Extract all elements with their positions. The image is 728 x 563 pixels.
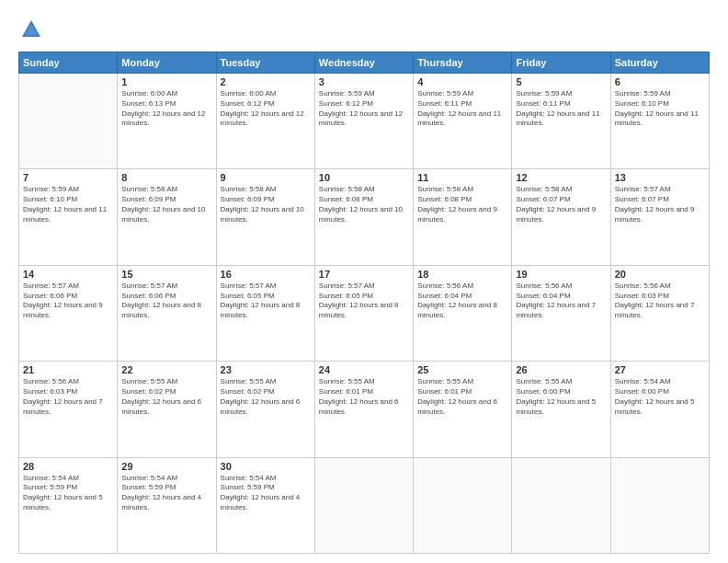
- header: [18, 17, 710, 42]
- day-cell: [414, 457, 512, 553]
- day-info: Sunrise: 5:54 AMSunset: 5:59 PMDaylight:…: [221, 474, 311, 513]
- calendar-header-row: SundayMondayTuesdayWednesdayThursdayFrid…: [19, 52, 710, 74]
- day-number: 14: [23, 269, 113, 280]
- day-cell: 25Sunrise: 5:55 AMSunset: 6:01 PMDayligh…: [414, 362, 512, 457]
- day-info: Sunrise: 5:54 AMSunset: 5:59 PMDaylight:…: [121, 474, 211, 513]
- day-info: Sunrise: 5:58 AMSunset: 6:09 PMDaylight:…: [221, 185, 311, 224]
- day-number: 8: [121, 172, 211, 183]
- day-number: 26: [516, 364, 606, 375]
- day-cell: 4Sunrise: 5:59 AMSunset: 6:11 PMDaylight…: [414, 74, 512, 169]
- day-cell: 7Sunrise: 5:59 AMSunset: 6:10 PMDaylight…: [19, 169, 118, 265]
- page: SundayMondayTuesdayWednesdayThursdayFrid…: [0, 0, 728, 563]
- day-info: Sunrise: 5:56 AMSunset: 6:04 PMDaylight:…: [516, 282, 606, 321]
- day-number: 10: [319, 172, 409, 183]
- day-info: Sunrise: 5:58 AMSunset: 6:08 PMDaylight:…: [319, 185, 409, 224]
- calendar-table: SundayMondayTuesdayWednesdayThursdayFrid…: [18, 52, 710, 554]
- day-info: Sunrise: 5:57 AMSunset: 6:06 PMDaylight:…: [23, 282, 113, 321]
- day-cell: 6Sunrise: 5:59 AMSunset: 6:10 PMDaylight…: [610, 74, 709, 169]
- col-header-saturday: Saturday: [610, 52, 709, 74]
- day-cell: 3Sunrise: 5:59 AMSunset: 6:12 PMDaylight…: [314, 74, 413, 169]
- day-number: 18: [417, 269, 507, 280]
- day-cell: [19, 74, 118, 169]
- day-info: Sunrise: 5:55 AMSunset: 6:01 PMDaylight:…: [417, 377, 507, 417]
- day-cell: 9Sunrise: 5:58 AMSunset: 6:09 PMDaylight…: [216, 169, 314, 265]
- day-cell: [512, 457, 610, 553]
- day-cell: 30Sunrise: 5:54 AMSunset: 5:59 PMDayligh…: [216, 457, 314, 553]
- day-info: Sunrise: 5:59 AMSunset: 6:10 PMDaylight:…: [23, 185, 113, 224]
- day-cell: [314, 457, 413, 553]
- day-cell: 21Sunrise: 5:56 AMSunset: 6:03 PMDayligh…: [19, 362, 118, 457]
- day-number: 19: [516, 269, 606, 280]
- day-number: 1: [121, 76, 211, 87]
- day-info: Sunrise: 5:59 AMSunset: 6:11 PMDaylight:…: [516, 89, 606, 129]
- day-cell: 22Sunrise: 5:55 AMSunset: 6:02 PMDayligh…: [118, 362, 216, 457]
- day-cell: 20Sunrise: 5:56 AMSunset: 6:03 PMDayligh…: [610, 265, 709, 361]
- day-number: 9: [221, 172, 311, 183]
- logo-icon: [18, 17, 44, 42]
- day-info: Sunrise: 5:58 AMSunset: 6:08 PMDaylight:…: [417, 185, 507, 224]
- day-number: 11: [417, 172, 507, 183]
- col-header-friday: Friday: [512, 52, 610, 74]
- day-info: Sunrise: 5:56 AMSunset: 6:03 PMDaylight:…: [23, 377, 113, 417]
- day-info: Sunrise: 5:57 AMSunset: 6:06 PMDaylight:…: [121, 282, 211, 321]
- day-number: 25: [417, 364, 507, 375]
- week-row-5: 28Sunrise: 5:54 AMSunset: 5:59 PMDayligh…: [19, 457, 710, 553]
- col-header-sunday: Sunday: [19, 52, 118, 74]
- day-number: 23: [221, 364, 311, 375]
- day-cell: 13Sunrise: 5:57 AMSunset: 6:07 PMDayligh…: [610, 169, 709, 265]
- day-info: Sunrise: 5:58 AMSunset: 6:07 PMDaylight:…: [516, 185, 606, 224]
- day-number: 21: [23, 364, 113, 375]
- day-number: 20: [615, 269, 705, 280]
- day-number: 4: [417, 76, 507, 87]
- day-info: Sunrise: 5:55 AMSunset: 6:00 PMDaylight:…: [516, 377, 606, 417]
- day-info: Sunrise: 5:54 AMSunset: 6:00 PMDaylight:…: [615, 377, 705, 417]
- week-row-2: 7Sunrise: 5:59 AMSunset: 6:10 PMDaylight…: [19, 169, 710, 265]
- day-info: Sunrise: 5:54 AMSunset: 5:59 PMDaylight:…: [23, 474, 113, 513]
- day-number: 3: [319, 76, 409, 87]
- day-info: Sunrise: 5:57 AMSunset: 6:05 PMDaylight:…: [221, 282, 311, 321]
- day-cell: 23Sunrise: 5:55 AMSunset: 6:02 PMDayligh…: [216, 362, 314, 457]
- day-info: Sunrise: 5:58 AMSunset: 6:09 PMDaylight:…: [121, 185, 211, 224]
- day-number: 13: [615, 172, 705, 183]
- day-number: 16: [221, 269, 311, 280]
- day-number: 6: [615, 76, 705, 87]
- day-cell: 11Sunrise: 5:58 AMSunset: 6:08 PMDayligh…: [414, 169, 512, 265]
- day-info: Sunrise: 5:59 AMSunset: 6:10 PMDaylight:…: [615, 89, 705, 129]
- col-header-thursday: Thursday: [414, 52, 512, 74]
- day-number: 24: [319, 364, 409, 375]
- day-cell: 27Sunrise: 5:54 AMSunset: 6:00 PMDayligh…: [610, 362, 709, 457]
- day-number: 5: [516, 76, 606, 87]
- day-cell: 28Sunrise: 5:54 AMSunset: 5:59 PMDayligh…: [19, 457, 118, 553]
- col-header-monday: Monday: [118, 52, 216, 74]
- day-cell: 24Sunrise: 5:55 AMSunset: 6:01 PMDayligh…: [314, 362, 413, 457]
- day-cell: 14Sunrise: 5:57 AMSunset: 6:06 PMDayligh…: [19, 265, 118, 361]
- day-cell: 18Sunrise: 5:56 AMSunset: 6:04 PMDayligh…: [414, 265, 512, 361]
- day-number: 15: [121, 269, 211, 280]
- day-number: 29: [121, 461, 211, 472]
- day-cell: 19Sunrise: 5:56 AMSunset: 6:04 PMDayligh…: [512, 265, 610, 361]
- day-number: 2: [221, 76, 311, 87]
- week-row-1: 1Sunrise: 6:00 AMSunset: 6:13 PMDaylight…: [19, 74, 710, 169]
- week-row-4: 21Sunrise: 5:56 AMSunset: 6:03 PMDayligh…: [19, 362, 710, 457]
- day-info: Sunrise: 5:55 AMSunset: 6:02 PMDaylight:…: [221, 377, 311, 417]
- day-info: Sunrise: 6:00 AMSunset: 6:12 PMDaylight:…: [221, 89, 311, 129]
- day-cell: 8Sunrise: 5:58 AMSunset: 6:09 PMDaylight…: [118, 169, 216, 265]
- day-cell: 1Sunrise: 6:00 AMSunset: 6:13 PMDaylight…: [118, 74, 216, 169]
- col-header-wednesday: Wednesday: [314, 52, 413, 74]
- day-info: Sunrise: 5:55 AMSunset: 6:02 PMDaylight:…: [121, 377, 211, 417]
- day-cell: 17Sunrise: 5:57 AMSunset: 6:05 PMDayligh…: [314, 265, 413, 361]
- day-number: 7: [23, 172, 113, 183]
- day-cell: 26Sunrise: 5:55 AMSunset: 6:00 PMDayligh…: [512, 362, 610, 457]
- day-info: Sunrise: 5:59 AMSunset: 6:12 PMDaylight:…: [319, 89, 409, 129]
- day-info: Sunrise: 5:55 AMSunset: 6:01 PMDaylight:…: [319, 377, 409, 417]
- day-number: 30: [221, 461, 311, 472]
- day-info: Sunrise: 5:57 AMSunset: 6:07 PMDaylight:…: [615, 185, 705, 224]
- day-cell: 12Sunrise: 5:58 AMSunset: 6:07 PMDayligh…: [512, 169, 610, 265]
- day-number: 28: [23, 461, 113, 472]
- day-number: 22: [121, 364, 211, 375]
- day-cell: 2Sunrise: 6:00 AMSunset: 6:12 PMDaylight…: [216, 74, 314, 169]
- day-info: Sunrise: 5:56 AMSunset: 6:03 PMDaylight:…: [615, 282, 705, 321]
- day-number: 17: [319, 269, 409, 280]
- day-info: Sunrise: 5:57 AMSunset: 6:05 PMDaylight:…: [319, 282, 409, 321]
- day-info: Sunrise: 6:00 AMSunset: 6:13 PMDaylight:…: [121, 89, 211, 129]
